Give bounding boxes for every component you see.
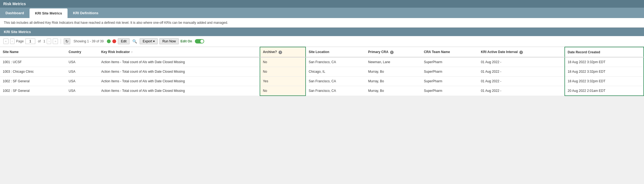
total-pages: 1 [43, 39, 45, 43]
next-page-button[interactable]: › [47, 39, 51, 44]
cell-archive: No [260, 86, 306, 96]
cell-primary-cra: Murray, Bo [365, 67, 421, 77]
col-header-site-location: Site Location [306, 47, 365, 57]
cell-site-location: San Francisco, CA [306, 86, 365, 96]
green-status-dot[interactable] [107, 39, 111, 43]
cell-date-record-created: 18 Aug 2022 3:32pm EDT [565, 77, 644, 86]
page-label: Page [16, 39, 24, 43]
table-row: 1002 : SF GeneralUSAAction Items - Total… [0, 77, 644, 86]
section-title: KRI Site Metrics [4, 30, 31, 34]
cell-date-record-created: 20 Aug 2022 2:01am EDT [565, 86, 644, 96]
table-row: 1002 : SF GeneralUSAAction Items - Total… [0, 86, 644, 96]
cell-primary-cra: Newman, Lane [365, 57, 421, 67]
cell-site-location: San Francisco, CA [306, 57, 365, 67]
export-button[interactable]: Export ▾ [140, 38, 158, 44]
cell-country: USA [66, 57, 98, 67]
cell-kri-interval: 01 Aug 2022 - [478, 86, 565, 96]
cell-site-name: 1002 : SF General [0, 77, 66, 86]
cell-cra-team-name: SuperPharm [421, 77, 478, 86]
cell-archive: No [260, 67, 306, 77]
cell-country: USA [66, 86, 98, 96]
cell-kri: Action Items - Total count of AIs with D… [98, 86, 260, 96]
tab-kri-definitions[interactable]: KRI Definitions [68, 8, 104, 18]
app-header: Risk Metrics [0, 0, 644, 8]
cell-site-location: Chicago, IL [306, 67, 365, 77]
table-container: Site Name Country Key Risk Indicator ↑ A… [0, 47, 644, 96]
cell-archive: No [260, 57, 306, 67]
tab-kri-site-metrics[interactable]: KRI Site Metrics [30, 8, 68, 18]
cell-site-location: San Francisco, CA [306, 77, 365, 86]
description-bar: This tab includes all defined Key Risk I… [0, 18, 644, 28]
toolbar: « ‹ Page of 1 › » ↻ Showing 1 - 39 of 39… [0, 36, 644, 47]
col-header-primary-cra: Primary CRA i [365, 47, 421, 57]
first-page-button[interactable]: « [3, 39, 8, 44]
cell-kri: Action Items - Total count of AIs with D… [98, 67, 260, 77]
archive-info-icon[interactable]: i [279, 51, 282, 54]
primary-cra-info-icon[interactable]: i [390, 51, 394, 54]
tab-dashboard[interactable]: Dashboard [0, 8, 30, 18]
cell-kri-interval: 01 Aug 2022 - [478, 67, 565, 77]
col-header-site-name: Site Name [0, 47, 66, 57]
search-icon[interactable]: 🔍 [131, 39, 138, 44]
cell-site-name: 1001 : UCSF [0, 57, 66, 67]
cell-kri-interval: 01 Aug 2022 - [478, 77, 565, 86]
cell-primary-cra: Murray, Bo [365, 77, 421, 86]
prev-page-button[interactable]: ‹ [10, 39, 14, 44]
edit-button[interactable]: Edit [118, 38, 130, 44]
cell-kri: Action Items - Total count of AIs with D… [98, 77, 260, 86]
cell-kri-interval: 01 Aug 2022 - [478, 57, 565, 67]
kri-interval-info-icon[interactable]: i [519, 51, 523, 54]
cell-cra-team-name: SuperPharm [421, 86, 478, 96]
cell-site-name: 1002 : SF General [0, 86, 66, 96]
edit-on-label: Edit On [180, 39, 192, 43]
cell-cra-team-name: SuperPharm [421, 57, 478, 67]
cell-archive: Yes [260, 77, 306, 86]
col-header-cra-team-name: CRA Team Name [421, 47, 478, 57]
edit-on-toggle[interactable] [195, 39, 204, 43]
sort-arrow-kri[interactable]: ↑ [131, 51, 133, 54]
separator-1 [61, 39, 61, 44]
red-status-dot[interactable] [112, 39, 116, 43]
run-now-button[interactable]: Run Now [159, 38, 179, 44]
export-dropdown-arrow: ▾ [153, 39, 155, 43]
cell-country: USA [66, 77, 98, 86]
section-header: KRI Site Metrics [0, 28, 644, 36]
tab-bar: Dashboard KRI Site Metrics KRI Definitio… [0, 8, 644, 18]
showing-text: Showing 1 - 39 of 39 [74, 39, 104, 43]
cell-primary-cra: Murray, Bo [365, 86, 421, 96]
app-title: Risk Metrics [3, 2, 26, 6]
last-page-button[interactable]: » [53, 39, 58, 44]
table-row: 1003 : Chicago ClinicUSAAction Items - T… [0, 67, 644, 77]
cell-site-name: 1003 : Chicago Clinic [0, 67, 66, 77]
cell-date-record-created: 18 Aug 2022 3:32pm EDT [565, 57, 644, 67]
of-label: of [38, 39, 41, 43]
kri-table: Site Name Country Key Risk Indicator ↑ A… [0, 47, 644, 96]
col-header-key-risk-indicator: Key Risk Indicator ↑ [98, 47, 260, 57]
cell-date-record-created: 18 Aug 2022 3:32pm EDT [565, 67, 644, 77]
cell-kri: Action Items - Total count of AIs with D… [98, 57, 260, 67]
page-input[interactable] [25, 39, 35, 44]
col-header-date-record-created: Date Record Created [565, 47, 644, 57]
table-row: 1001 : UCSFUSAAction Items - Total count… [0, 57, 644, 67]
col-header-archive: Archive? i [260, 47, 306, 57]
cell-country: USA [66, 67, 98, 77]
description-text: This tab includes all defined Key Risk I… [4, 21, 228, 25]
refresh-button[interactable]: ↻ [64, 38, 70, 44]
col-header-kri-active-date-interval: KRI Active Date Interval i [478, 47, 565, 57]
col-header-country: Country [66, 47, 98, 57]
toggle-knob [200, 40, 204, 43]
cell-cra-team-name: SuperPharm [421, 67, 478, 77]
